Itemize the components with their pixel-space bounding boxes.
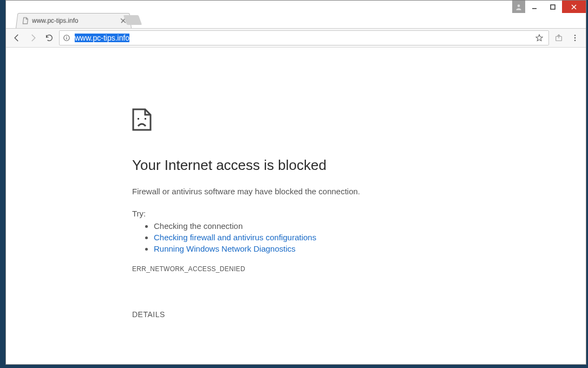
window-close-button[interactable] <box>562 1 586 14</box>
svg-rect-10 <box>138 118 139 120</box>
forward-button[interactable] <box>27 31 40 44</box>
browser-tab[interactable]: www.pc-tips.info <box>16 13 132 28</box>
new-tab-button[interactable] <box>123 15 142 25</box>
svg-rect-4 <box>66 37 67 40</box>
svg-rect-5 <box>66 36 67 37</box>
page-content: Your Internet access is blocked Firewall… <box>6 48 585 364</box>
network-diagnostics-link[interactable]: Running Windows Network Diagnostics <box>154 244 296 253</box>
details-button[interactable]: DETAILS <box>132 310 165 319</box>
suggestion-list: Checking the connection Checking firewal… <box>132 221 457 253</box>
svg-point-0 <box>518 4 520 7</box>
browser-toolbar: www.pc-tips.info <box>6 29 586 48</box>
bookmark-star-icon[interactable] <box>534 33 544 43</box>
firewall-config-link[interactable]: Checking firewall and antivirus configur… <box>154 233 316 242</box>
address-bar[interactable]: www.pc-tips.info <box>59 30 549 45</box>
tab-strip: www.pc-tips.info <box>6 13 586 29</box>
back-button[interactable] <box>10 31 23 44</box>
suggestion-item: Running Windows Network Diagnostics <box>154 244 457 253</box>
svg-point-8 <box>574 37 576 38</box>
svg-rect-1 <box>532 8 537 9</box>
browser-menu-button[interactable] <box>569 31 582 44</box>
site-info-icon[interactable] <box>62 33 71 43</box>
svg-rect-2 <box>551 5 555 9</box>
window-maximize-button[interactable] <box>544 1 562 14</box>
suggestion-item: Checking firewall and antivirus configur… <box>154 233 457 242</box>
error-message: Your Internet access is blocked Firewall… <box>132 108 457 319</box>
svg-rect-11 <box>145 118 146 120</box>
tab-title: www.pc-tips.info <box>32 17 121 25</box>
svg-point-7 <box>574 35 576 36</box>
error-subtitle: Firewall or antivirus software may have … <box>132 187 457 196</box>
page-icon <box>21 17 29 25</box>
error-title: Your Internet access is blocked <box>132 157 457 174</box>
reload-button[interactable] <box>43 31 56 44</box>
url-text[interactable]: www.pc-tips.info <box>74 32 532 43</box>
share-extension-icon[interactable] <box>552 31 565 44</box>
try-label: Try: <box>132 209 457 218</box>
suggestion-item: Checking the connection <box>154 221 457 231</box>
sad-page-icon <box>132 108 152 131</box>
user-account-icon[interactable] <box>512 1 525 14</box>
error-code: ERR_NETWORK_ACCESS_DENIED <box>132 265 457 273</box>
svg-point-9 <box>574 40 576 41</box>
window-controls <box>512 1 586 14</box>
window-minimize-button[interactable] <box>525 1 544 14</box>
suggestion-text: Checking the connection <box>154 221 243 231</box>
browser-window: www.pc-tips.info www.pc-tip <box>5 0 586 365</box>
desktop-frame: www.pc-tips.info www.pc-tip <box>0 0 588 368</box>
